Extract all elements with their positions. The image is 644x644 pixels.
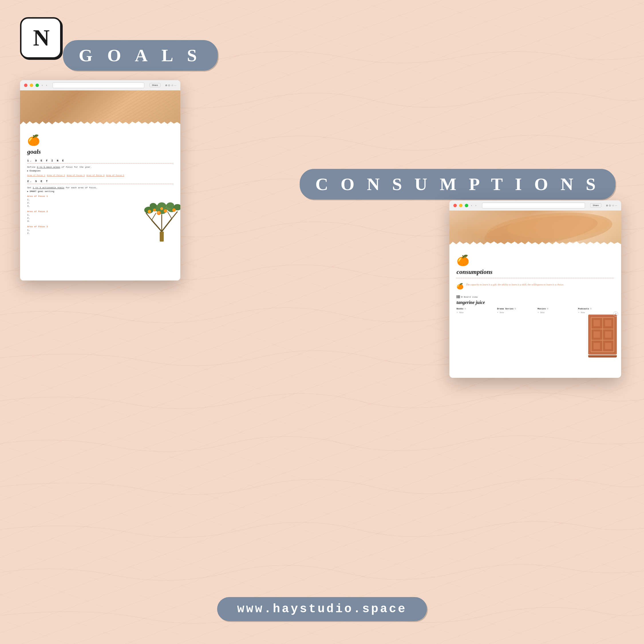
podcasts-count: 0: [590, 307, 592, 310]
podcasts-header: Podcasts 0: [578, 307, 614, 310]
board-view-icon: [457, 295, 460, 298]
door-panel-1: [592, 318, 602, 329]
books-column: Books 0 + New: [457, 307, 493, 314]
forward-icon-c[interactable]: ›: [475, 204, 476, 207]
area-tag-3[interactable]: Area of Focus 3: [67, 174, 85, 177]
door-panel-2: [603, 318, 614, 329]
consumptions-badge: C O N S U M P T I O N S: [300, 169, 615, 199]
torn-paper-consumptions: [449, 244, 621, 252]
nav-icons-right: ⊕ ⊙ ☆ ···: [165, 84, 176, 87]
goals-badge: G O A L S: [63, 40, 218, 71]
url-bar-c[interactable]: [482, 203, 585, 208]
svg-line-4: [146, 213, 152, 220]
define-desc: Define 3 to 5 main areas of focus for th…: [27, 166, 173, 168]
drama-series-new-btn[interactable]: + New: [497, 311, 533, 314]
books-header: Books 0: [457, 307, 493, 310]
area-tag-5[interactable]: Area of Focus 5: [106, 174, 124, 177]
website-url: www.haystudio.space: [237, 602, 407, 616]
share-button-c[interactable]: Share: [590, 203, 601, 208]
svg-rect-0: [160, 232, 164, 242]
books-title: Books: [457, 307, 463, 310]
area-tag-2[interactable]: Area of Focus 2: [47, 174, 65, 177]
consumptions-page-title: consumptions: [457, 268, 614, 276]
consumptions-content: 🍊 consumptions 🍊 The capacity to learn i…: [449, 252, 621, 319]
smart-label: SMART goal setting: [29, 190, 54, 193]
books-new-btn[interactable]: + New: [457, 311, 493, 314]
svg-point-19: [164, 209, 167, 213]
notion-logo: N: [20, 17, 62, 59]
svg-point-20: [148, 210, 151, 213]
examples-toggle[interactable]: ▶ Examples: [27, 169, 173, 172]
svg-point-18: [157, 211, 161, 215]
torn-paper-goals: [20, 124, 180, 131]
svg-point-21: [172, 208, 176, 212]
drama-series-column: Drama Series 0 + New: [497, 307, 533, 314]
quote-text: The capacity to learn is a gift; the abi…: [466, 283, 564, 287]
area-tag-4[interactable]: Area of Focus 4: [86, 174, 104, 177]
door-panel-4: [603, 329, 614, 340]
maximize-dot[interactable]: [35, 84, 39, 87]
drama-series-count: 0: [515, 307, 516, 310]
svg-point-22: [160, 207, 163, 210]
movies-header: Movies 0: [538, 307, 574, 310]
books-count: 0: [465, 307, 466, 310]
podcasts-title: Podcasts: [578, 307, 589, 310]
goals-content: 🍊 goals 1. D E F I N E Define 3 to 5 mai…: [20, 131, 180, 243]
minimize-dot-c[interactable]: [459, 204, 463, 207]
svg-line-1: [152, 220, 162, 232]
board-database-title: tangerine juice: [457, 300, 614, 305]
orange-tree-illustration: [140, 197, 180, 243]
set-desc: Set 1 to 3 actionable goals for each are…: [27, 186, 173, 189]
svg-point-23: [153, 209, 156, 212]
door-frame: [588, 315, 617, 355]
goals-page-title: goals: [27, 148, 173, 155]
quote-emoji: 🍊: [457, 283, 464, 290]
door-step: [588, 355, 617, 357]
drama-series-header: Drama Series 0: [497, 307, 533, 310]
consumptions-browser-window: ‹ › Share ⊕ ⊙ ☆ ··· 🍊 consumptions 🍊 The…: [449, 200, 621, 378]
goals-emoji: 🍊: [27, 134, 173, 146]
svg-point-15: [150, 203, 157, 209]
door-panel-6: [603, 341, 614, 351]
forward-icon[interactable]: ›: [46, 84, 47, 87]
share-button[interactable]: Share: [149, 83, 161, 87]
quote-section: 🍊 The capacity to learn is a gift; the a…: [457, 281, 614, 291]
set-header: 2. S E T: [27, 180, 173, 183]
examples-label: Examples: [29, 169, 40, 172]
svg-line-2: [162, 219, 172, 232]
podcasts-new-btn[interactable]: + New: [578, 311, 614, 314]
board-view-label[interactable]: ⊞ Board view: [457, 295, 614, 298]
podcasts-column: Podcasts 0 + New: [578, 307, 614, 314]
svg-line-6: [172, 212, 177, 219]
help-button[interactable]: ?: [613, 311, 618, 317]
goals-badge-text: G O A L S: [79, 46, 202, 65]
close-dot[interactable]: [24, 84, 27, 87]
close-dot-c[interactable]: [453, 204, 457, 207]
toggle-arrow-examples: ▶: [27, 170, 28, 172]
back-icon-c[interactable]: ‹: [471, 204, 472, 207]
toggle-arrow-smart: ▶: [27, 190, 28, 193]
svg-line-7: [167, 212, 172, 219]
back-icon[interactable]: ‹: [42, 84, 43, 87]
smart-toggle[interactable]: ▶ SMART goal setting: [27, 190, 173, 193]
website-badge: www.haystudio.space: [217, 597, 427, 621]
door-inner: [590, 316, 615, 353]
minimize-dot[interactable]: [30, 84, 33, 87]
svg-line-5: [152, 213, 156, 220]
goals-titlebar: ‹ › Share ⊕ ⊙ ☆ ···: [20, 80, 180, 90]
door-illustration: [588, 315, 617, 355]
movies-new-btn[interactable]: + New: [538, 311, 574, 314]
nav-icons-right-c: ⊕ ⊙ ☆ ···: [606, 204, 617, 207]
board-view-text: ⊞ Board view: [461, 296, 478, 298]
movies-title: Movies: [538, 307, 546, 310]
url-bar[interactable]: [53, 82, 144, 88]
consumptions-titlebar: ‹ › Share ⊕ ⊙ ☆ ···: [449, 200, 621, 211]
consumptions-badge-text: C O N S U M P T I O N S: [315, 174, 600, 194]
drama-series-title: Drama Series: [497, 307, 514, 310]
board-columns: Books 0 + New Drama Series 0 + New Movie…: [457, 307, 614, 314]
goals-browser-window: ‹ › Share ⊕ ⊙ ☆ ··· 🍊 goals 1. D E F I N…: [20, 80, 180, 280]
area-tag-1[interactable]: Area of Focus 1: [27, 174, 45, 177]
goals-section-define: 1. D E F I N E Define 3 to 5 main areas …: [27, 159, 173, 177]
maximize-dot-c[interactable]: [465, 204, 468, 207]
movies-column: Movies 0 + New: [538, 307, 574, 314]
